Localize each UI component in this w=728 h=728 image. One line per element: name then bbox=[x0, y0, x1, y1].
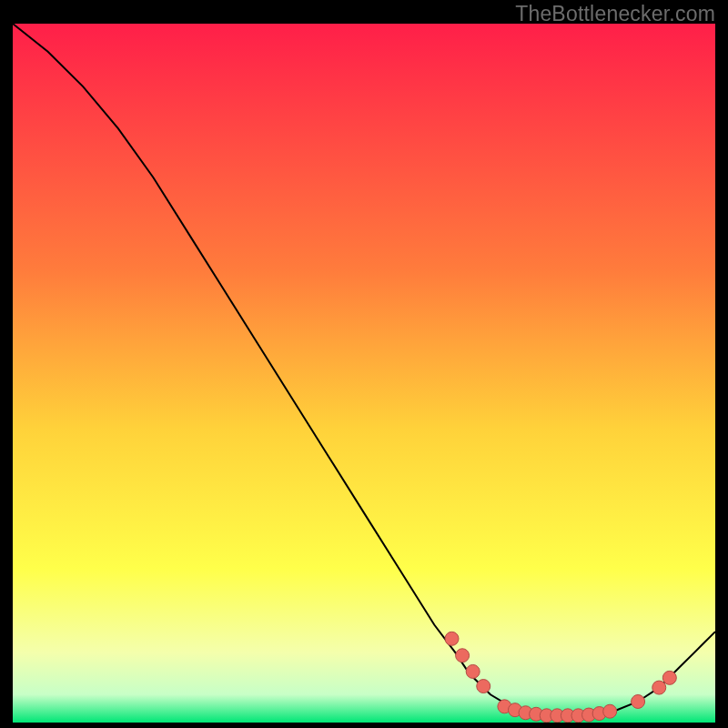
chart-svg bbox=[13, 24, 715, 723]
data-dot bbox=[632, 694, 645, 708]
watermark-text: TheBottlenecker.com bbox=[515, 2, 715, 26]
data-dot bbox=[456, 649, 470, 662]
chart-stage: TheBottlenecker.com bbox=[0, 0, 728, 728]
data-dot bbox=[477, 680, 490, 693]
data-dot bbox=[445, 632, 459, 645]
data-dot bbox=[466, 664, 480, 678]
data-dot bbox=[603, 704, 617, 718]
data-dot bbox=[662, 671, 676, 684]
data-dot bbox=[652, 681, 666, 694]
chart-plot-area bbox=[13, 24, 715, 723]
